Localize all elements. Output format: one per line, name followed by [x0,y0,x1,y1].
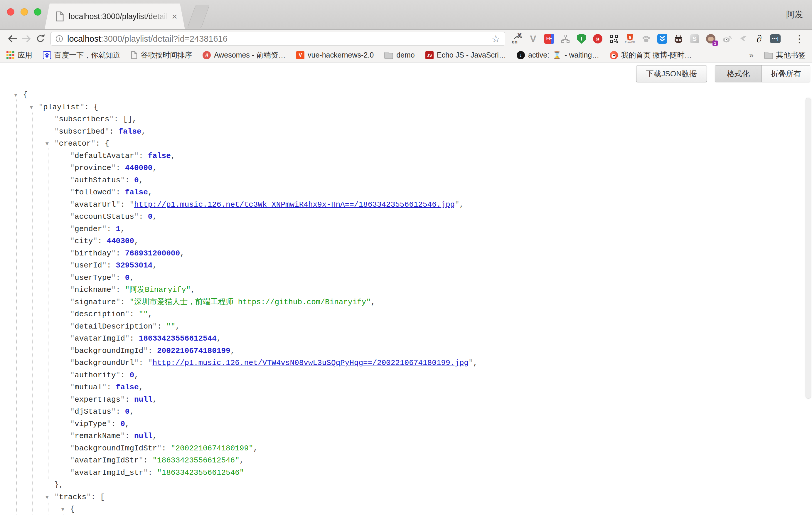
echo-js-icon: JS [425,51,434,59]
json-token: "" [139,310,148,319]
video-speed-extension-icon[interactable]: » [592,33,603,44]
json-token: userId [75,261,102,270]
json-token: " [143,346,148,355]
zoom-window-button[interactable] [34,8,41,16]
tab-close-icon[interactable]: × [172,12,177,21]
json-token: : [116,274,125,282]
other-bookmarks-folder[interactable]: 其他书签 [764,50,806,60]
bookmark-demo-folder[interactable]: demo [384,51,415,59]
json-line: "mutual": false, [0,381,812,394]
tampermonkey-extension-icon[interactable]: 1 [705,33,716,44]
json-token: , [239,456,244,465]
address-bar[interactable]: localhost:3000/playlist/detail?id=243816… [51,32,505,46]
new-tab-button[interactable] [187,5,210,28]
json-link[interactable]: http://p1.music.126.net/VTW4vsN08vwL3uSQ… [152,359,468,367]
page-info-icon[interactable] [56,35,63,42]
json-line: "accountStatus": 0, [0,211,812,223]
vue-icon: V [296,51,304,59]
json-token: djStatus [75,407,111,416]
json-token: " [120,176,125,185]
vimium-extension-icon[interactable]: V [528,33,539,44]
shield-extension-icon[interactable]: T [576,33,587,44]
bookmarks-bar: 应用 百度一下，你就知道 谷歌按时间排序 A Awesomes - 前端资… V… [0,48,812,62]
json-token: , [134,237,139,246]
json-token: false [116,383,139,392]
json-token: " [70,298,75,307]
collapse-toggle-icon[interactable]: ▼ [46,138,49,150]
url-text[interactable]: localhost:3000/playlist/detail?id=243816… [67,34,228,44]
json-token: " [70,249,75,258]
incognito-extension-icon[interactable] [673,33,684,44]
json-link[interactable]: http://p1.music.126.net/tc3Wk_XNPmwiR4hx… [134,200,455,209]
downloader-extension-icon[interactable] [657,33,668,44]
paw-extension-icon[interactable] [641,33,651,44]
json-tree: ▼{▼"playlist": {"subscribers": [],"subsc… [0,89,812,515]
json-line: "birthday": 768931200000, [0,248,812,260]
json-token: " [70,371,75,380]
browser-menu-icon[interactable]: ⋮ [794,33,804,45]
download-json-button[interactable]: 下载JSON数据 [636,65,707,82]
collapse-toggle-icon[interactable]: ▼ [61,503,65,515]
json-token: " [111,285,116,294]
bookmark-weibo[interactable]: 我的首页 微博-随时… [610,50,692,60]
browser-tab[interactable]: localhost:3000/playlist/detail?i × [45,3,185,29]
qrcode-extension-icon[interactable] [609,33,619,44]
s-extension-icon[interactable]: S [689,33,700,44]
bookmark-vue-hackernews[interactable]: V vue-hackernews-2.0 [296,51,374,59]
json-token: " [120,432,125,440]
json-token: " [70,432,75,440]
json-token: " [70,200,75,209]
json-token: : [157,322,166,331]
json-token: " [70,407,75,416]
json-token: " [111,249,116,258]
minimize-window-button[interactable] [21,8,28,16]
json-token: " [70,274,75,282]
json-token: authority [75,371,116,380]
bookmark-awesomes[interactable]: A Awesomes - 前端资… [203,50,286,60]
json-token: " [70,261,75,270]
collapse-toggle-icon[interactable]: ▼ [46,491,49,504]
bookmark-echo-js[interactable]: JS Echo JS - JavaScri… [425,51,506,59]
json-token: , [139,176,144,185]
json-token: 18633423556612544 [139,334,216,343]
sitemap-extension-icon[interactable] [560,33,571,44]
json-token: " [70,420,75,428]
hummingbird-extension-icon[interactable] [738,33,748,44]
bookmark-google-sorted[interactable]: 谷歌按时间排序 [131,50,192,60]
json-token: 0 [120,420,125,428]
back-button[interactable] [5,32,19,46]
reload-button[interactable] [33,32,48,46]
weibo-extension-icon[interactable] [722,33,732,44]
json-token: " [70,456,75,465]
bookmark-apps[interactable]: 应用 [6,50,32,60]
json-token: false [148,151,171,160]
collapse-toggle-icon[interactable]: ▼ [14,89,17,101]
json-line: "remarkName": null, [0,430,812,442]
close-window-button[interactable] [7,8,14,16]
json-token: " [54,139,59,148]
bookmark-star-icon[interactable]: ☆ [491,34,500,44]
json-token: avatarImgId [75,334,125,343]
json-line: "detailDescription": "", [0,321,812,333]
password-vault-extension-icon[interactable]: •••| [770,33,781,44]
json-token: : [116,285,125,294]
bookmark-baidu[interactable]: 百度一下，你就知道 [43,50,120,60]
json-token: " [70,395,75,404]
d-extension-icon[interactable]: ∂ [754,33,764,44]
html5-player-extension-icon[interactable]: 5 PLAYER [625,33,635,44]
format-button[interactable]: 格式化 [715,65,762,82]
profile-name[interactable]: 阿发 [786,9,803,21]
json-token: avatarImgIdStr [75,456,139,465]
bookmarks-overflow-icon[interactable]: » [749,51,754,60]
json-token: : [116,249,125,258]
collapse-toggle-icon[interactable]: ▼ [30,101,33,114]
hourglass-icon: ⌛ [552,51,561,59]
translate-extension-icon[interactable]: 英 en [512,33,522,44]
json-token: " [152,322,157,331]
collapse-all-button[interactable]: 折叠所有 [762,65,810,82]
fe-extension-icon[interactable]: FE [544,33,555,44]
json-token: defaultAvatar [75,151,134,160]
forward-button[interactable] [19,32,33,46]
bookmark-download-status[interactable]: ↓ active: ⌛ - waiting… [517,51,599,59]
json-token: " [116,200,121,209]
